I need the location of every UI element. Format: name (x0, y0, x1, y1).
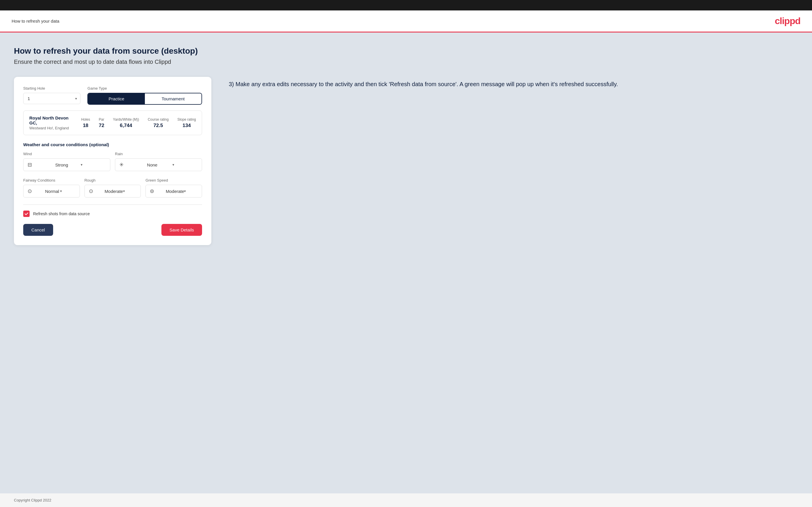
holes-value: 18 (81, 123, 90, 128)
wind-group: Wind ⊟ Strong ▾ (23, 152, 110, 171)
par-stat: Par 72 (99, 117, 104, 128)
green-speed-group: Green Speed ⊜ Moderate ▾ (145, 178, 202, 198)
wind-select[interactable]: ⊟ Strong ▾ (23, 158, 110, 171)
rough-group: Rough ⊙ Moderate ▾ (85, 178, 141, 198)
green-speed-select[interactable]: ⊜ Moderate ▾ (145, 185, 202, 198)
green-speed-value: Moderate (166, 189, 184, 194)
course-rating-label: Course rating (148, 117, 169, 121)
course-location: Westward Ho!, England (29, 126, 72, 130)
fairway-label: Fairway Conditions (23, 178, 80, 182)
starting-hole-group: Starting Hole 1 ▾ (23, 86, 81, 105)
cancel-button[interactable]: Cancel (23, 224, 53, 236)
par-value: 72 (99, 123, 104, 128)
yards-value: 6,744 (113, 123, 139, 128)
fairway-group: Fairway Conditions ⊙ Normal ▾ (23, 178, 80, 198)
wind-label: Wind (23, 152, 110, 156)
course-name: Royal North Devon GC, (29, 115, 72, 125)
slope-rating-value: 134 (177, 123, 196, 128)
side-description: 3) Make any extra edits necessary to the… (229, 80, 798, 89)
rough-chevron-icon: ▾ (123, 189, 137, 193)
form-card: Starting Hole 1 ▾ Game Type Practice Tou… (14, 77, 211, 245)
conditions-bottom-row: Fairway Conditions ⊙ Normal ▾ Rough ⊙ Mo… (23, 178, 202, 198)
rough-value: Moderate (104, 189, 123, 194)
footer: Copyright Clippd 2022 (0, 493, 812, 507)
top-form-row: Starting Hole 1 ▾ Game Type Practice Tou… (23, 86, 202, 105)
refresh-checkbox-label: Refresh shots from data source (33, 212, 90, 216)
rain-value: None (147, 162, 172, 167)
divider (23, 205, 202, 205)
header-title: How to refresh your data (12, 18, 59, 23)
yards-stat: Yards/White (M)) 6,744 (113, 117, 139, 128)
rough-select[interactable]: ⊙ Moderate ▾ (85, 185, 141, 198)
top-bar (0, 0, 812, 10)
app-header: How to refresh your data clippd (0, 10, 812, 33)
page-title: How to refresh your data from source (de… (14, 46, 798, 56)
course-info-box: Royal North Devon GC, Westward Ho!, Engl… (23, 111, 202, 135)
wind-value: Strong (55, 162, 81, 167)
wind-icon: ⊟ (28, 162, 53, 168)
wind-rain-row: Wind ⊟ Strong ▾ Rain ✳ None ▾ (23, 152, 202, 171)
green-speed-label: Green Speed (145, 178, 202, 182)
footer-copyright: Copyright Clippd 2022 (14, 498, 51, 502)
practice-button[interactable]: Practice (88, 94, 145, 104)
checkmark-icon (24, 212, 29, 216)
fairway-value: Normal (45, 189, 60, 194)
starting-hole-select-wrapper[interactable]: 1 ▾ (23, 93, 81, 104)
rain-chevron-icon: ▾ (172, 163, 198, 167)
green-speed-icon: ⊜ (150, 188, 163, 194)
slope-rating-label: Slope rating (177, 117, 196, 121)
rain-select[interactable]: ✳ None ▾ (115, 158, 202, 171)
fairway-select[interactable]: ⊙ Normal ▾ (23, 185, 80, 198)
holes-stat: Holes 18 (81, 117, 90, 128)
game-type-toggle: Practice Tournament (87, 93, 202, 105)
game-type-label: Game Type (87, 86, 202, 91)
rough-label: Rough (85, 178, 141, 182)
rain-label: Rain (115, 152, 202, 156)
main-content: How to refresh your data from source (de… (0, 33, 812, 493)
refresh-checkbox[interactable] (23, 211, 30, 217)
content-row: Starting Hole 1 ▾ Game Type Practice Tou… (14, 77, 798, 245)
save-details-button[interactable]: Save Details (161, 224, 202, 236)
slope-rating-stat: Slope rating 134 (177, 117, 196, 128)
button-row: Cancel Save Details (23, 224, 202, 236)
rain-icon: ✳ (119, 162, 145, 168)
holes-label: Holes (81, 117, 90, 121)
tournament-button[interactable]: Tournament (145, 94, 201, 104)
rain-group: Rain ✳ None ▾ (115, 152, 202, 171)
refresh-checkbox-row: Refresh shots from data source (23, 211, 202, 217)
side-text: 3) Make any extra edits necessary to the… (229, 77, 798, 89)
course-name-block: Royal North Devon GC, Westward Ho!, Engl… (29, 115, 72, 130)
course-rating-stat: Course rating 72.5 (148, 117, 169, 128)
starting-hole-select[interactable]: 1 (23, 93, 81, 104)
course-rating-value: 72.5 (148, 123, 169, 128)
conditions-section-label: Weather and course conditions (optional) (23, 142, 202, 147)
par-label: Par (99, 117, 104, 121)
green-speed-chevron-icon: ▾ (184, 189, 198, 193)
yards-label: Yards/White (M)) (113, 117, 139, 121)
logo: clippd (775, 16, 800, 26)
game-type-group: Game Type Practice Tournament (87, 86, 202, 105)
rough-icon: ⊙ (89, 188, 102, 194)
fairway-icon: ⊙ (28, 188, 43, 194)
fairway-chevron-icon: ▾ (60, 189, 75, 193)
page-subtitle: Ensure the correct and most up to date d… (14, 59, 798, 65)
starting-hole-label: Starting Hole (23, 86, 81, 91)
wind-chevron-icon: ▾ (81, 163, 106, 167)
